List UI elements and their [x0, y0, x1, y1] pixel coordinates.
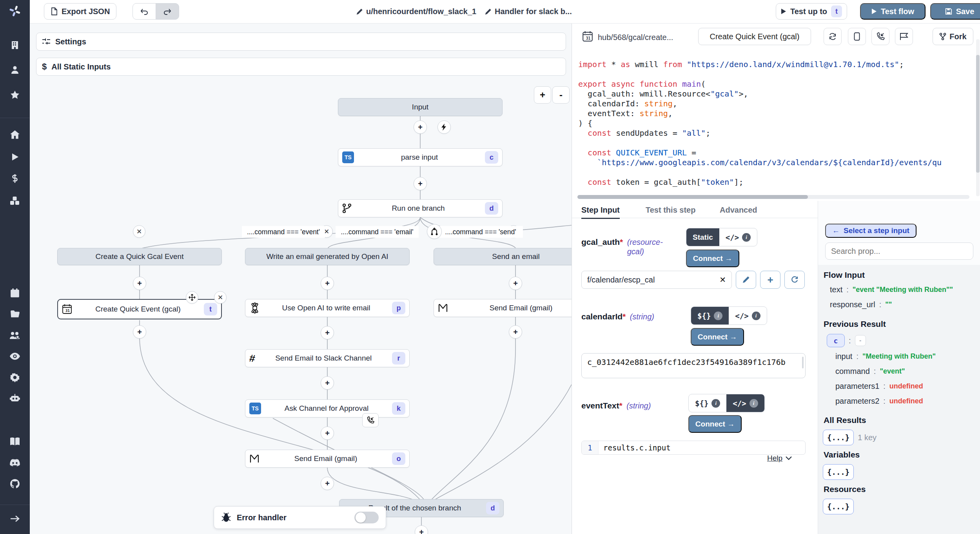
- home-icon[interactable]: [10, 129, 20, 140]
- node-run-one-branch[interactable]: Run one branch d: [338, 199, 503, 217]
- settings-gear-icon[interactable]: [10, 372, 20, 383]
- info-icon[interactable]: i: [742, 233, 751, 242]
- collapse-button[interactable]: -: [855, 335, 866, 346]
- branch-header-gcal[interactable]: Create a Quick Gcal Event: [57, 248, 222, 265]
- code-mode-button[interactable]: </>i: [719, 228, 757, 246]
- tab-test-this-step[interactable]: Test this step: [646, 202, 695, 218]
- all-results-object[interactable]: {...} 1 key: [823, 430, 877, 445]
- node-create-quick-event-selected[interactable]: 31 Create Quick Event (gcal) t: [57, 299, 222, 319]
- node-send-slack[interactable]: # Send Email to Slack Channel r: [245, 349, 410, 367]
- branch-header-send[interactable]: Send an email: [434, 248, 572, 265]
- gcal-auth-connect-button[interactable]: Connect →: [686, 250, 739, 267]
- swap-script-button[interactable]: [824, 28, 842, 45]
- add-step-button[interactable]: +: [321, 477, 334, 490]
- error-handler-toggle[interactable]: [354, 512, 379, 523]
- favorites-star-icon[interactable]: [10, 90, 20, 100]
- info-icon[interactable]: i: [750, 399, 758, 408]
- code-horizontal-scrollbar[interactable]: [577, 195, 969, 199]
- code-mode-button[interactable]: </>i: [726, 394, 764, 412]
- hub-script-path[interactable]: hub/568/gcal/create...: [598, 33, 673, 42]
- resources-object[interactable]: {...}: [823, 499, 854, 514]
- redo-button[interactable]: [156, 3, 179, 20]
- flow-summary[interactable]: Handler for slack b...: [485, 0, 572, 23]
- node-ask-approval[interactable]: TS Ask Channel for Approval k: [245, 399, 410, 417]
- static-mode-button[interactable]: Static: [686, 228, 719, 246]
- sleep-flag-button[interactable]: [895, 28, 913, 45]
- breadcrumb[interactable]: u/henricourdent/flow_slack_1: [356, 0, 476, 23]
- node-send-gmail-right[interactable]: Send Email (gmail): [434, 299, 572, 317]
- object-badge[interactable]: {...}: [823, 430, 854, 445]
- add-step-button[interactable]: +: [321, 376, 334, 390]
- refresh-resource-button[interactable]: [784, 271, 805, 289]
- info-icon[interactable]: i: [752, 312, 760, 320]
- step-name-input[interactable]: [698, 28, 811, 45]
- code-vertical-scrollbar[interactable]: [976, 39, 980, 196]
- all-static-inputs-bar[interactable]: $ All Static Inputs: [36, 58, 566, 76]
- zoom-in-button[interactable]: +: [534, 86, 551, 104]
- node-input[interactable]: Input: [338, 98, 503, 116]
- add-step-button[interactable]: +: [414, 120, 427, 134]
- tab-step-input[interactable]: Step Input: [581, 202, 620, 219]
- flow-canvas[interactable]: Settings $ All Static Inputs + - Input +…: [30, 24, 572, 534]
- prop-row-input[interactable]: input: "Meeting with Ruben": [835, 352, 936, 361]
- workers-robot-icon[interactable]: [9, 394, 20, 403]
- resources-icon[interactable]: [9, 196, 20, 206]
- add-resource-button[interactable]: +: [760, 271, 780, 289]
- fork-button[interactable]: Fork: [933, 28, 973, 45]
- remove-branch-button[interactable]: ✕: [133, 225, 145, 238]
- prop-row-parameters1[interactable]: parameters1: undefined: [835, 382, 923, 391]
- step-id-badge[interactable]: c: [827, 334, 845, 347]
- edit-resource-button[interactable]: [736, 271, 756, 289]
- scrollbar-thumb[interactable]: [976, 55, 980, 173]
- clear-x-icon[interactable]: ✕: [719, 275, 726, 284]
- info-icon[interactable]: i: [714, 312, 722, 320]
- add-step-button[interactable]: +: [509, 277, 522, 290]
- add-step-button[interactable]: +: [414, 177, 427, 190]
- box-button[interactable]: [848, 28, 866, 45]
- github-icon[interactable]: [10, 479, 20, 489]
- add-step-button[interactable]: +: [133, 325, 146, 339]
- branch-condition[interactable]: ....command === 'event': [242, 226, 325, 238]
- prop-row-text[interactable]: text: "event "Meeting with Ruben"": [830, 285, 953, 294]
- prop-row-parameters2[interactable]: parameters2: undefined: [835, 397, 923, 406]
- trigger-bolt-button[interactable]: [437, 120, 451, 134]
- node-use-openai[interactable]: Use Open AI to write email p: [245, 299, 410, 317]
- expr-mode-button[interactable]: ${}i: [691, 307, 729, 324]
- add-branch-button[interactable]: [427, 224, 442, 239]
- variables-object[interactable]: {...}: [823, 464, 854, 480]
- save-button[interactable]: Save: [930, 3, 980, 20]
- object-badge[interactable]: {...}: [823, 464, 854, 480]
- zoom-out-button[interactable]: -: [552, 86, 570, 104]
- branch-condition[interactable]: ....command === 'send': [438, 226, 523, 238]
- calendarid-connect-button[interactable]: Connect →: [691, 328, 744, 346]
- eventtext-connect-button[interactable]: Connect →: [688, 415, 742, 433]
- discord-icon[interactable]: [9, 459, 20, 467]
- audit-eye-icon[interactable]: [9, 352, 20, 361]
- add-step-button[interactable]: +: [509, 325, 522, 339]
- scrollbar-thumb[interactable]: [577, 195, 808, 199]
- variables-icon[interactable]: [10, 174, 20, 183]
- flow-settings-bar[interactable]: Settings: [36, 33, 566, 51]
- code-editor[interactable]: import * as wmill from "https://deno.lan…: [578, 60, 972, 193]
- add-step-button[interactable]: +: [321, 277, 334, 290]
- add-step-button[interactable]: +: [133, 277, 146, 290]
- schedules-icon[interactable]: [10, 288, 20, 298]
- runs-icon[interactable]: [10, 152, 20, 162]
- folders-icon[interactable]: [10, 309, 20, 319]
- docs-book-icon[interactable]: [9, 437, 20, 446]
- eventtext-expression-editor[interactable]: 1 results.c.input: [581, 441, 806, 455]
- prop-row-response-url[interactable]: response_url: "": [830, 300, 892, 309]
- node-send-gmail-mid[interactable]: Send Email (gmail) o: [245, 450, 410, 468]
- add-step-button[interactable]: +: [321, 426, 334, 440]
- tab-advanced[interactable]: Advanced: [720, 202, 757, 218]
- select-step-input-button[interactable]: ← Select a step input: [825, 224, 916, 238]
- groups-icon[interactable]: [9, 330, 20, 341]
- suspend-phone-button[interactable]: [871, 28, 889, 45]
- branch-header-email[interactable]: Write an email generated by Open AI: [245, 248, 410, 265]
- add-step-button[interactable]: +: [321, 326, 334, 339]
- move-step-handle[interactable]: [186, 291, 198, 304]
- expand-sidebar-arrow-icon[interactable]: [10, 515, 20, 523]
- prop-row-step-c[interactable]: c: -: [827, 334, 866, 347]
- test-up-to-button[interactable]: Test up to t: [776, 3, 847, 20]
- windmill-logo-icon[interactable]: [9, 5, 21, 17]
